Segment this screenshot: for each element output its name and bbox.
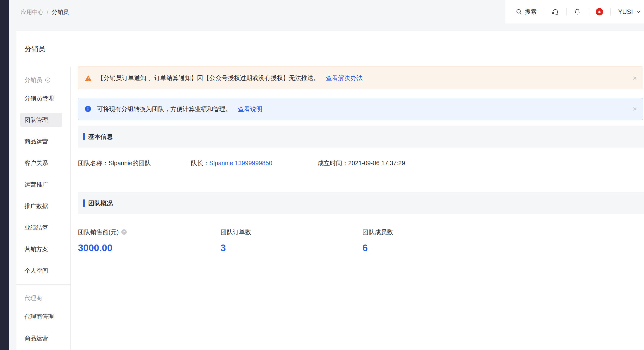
stat-label: 团队订单数 (220, 227, 358, 237)
team-name-label: 团队名称： (78, 160, 108, 167)
user-name: YUSI (618, 8, 633, 16)
section-title: 基本信息 (88, 133, 113, 141)
sidebar-content-divider (70, 67, 70, 350)
thumbs-up-badge-icon (596, 8, 603, 15)
search-label: 搜索 (525, 8, 537, 16)
stat-team-orders: 团队订单数 3 (220, 227, 358, 254)
warning-resolve-link[interactable]: 查看解决办法 (326, 74, 363, 82)
notifications-button[interactable] (574, 8, 581, 15)
sidebar-section-divider (16, 284, 70, 285)
info-text: 可将现有分组转换为团队，方便计算业绩和管理。 (97, 105, 232, 113)
sidebar-item-personal-space[interactable]: 个人空间 (20, 264, 62, 278)
topbar-divider (566, 8, 566, 15)
headset-icon (552, 8, 559, 15)
stat-team-sales: 团队销售额(元) ? 3000.00 (78, 227, 215, 254)
stat-label-text: 团队订单数 (220, 227, 251, 237)
collapse-circle-chevron-icon (45, 77, 50, 83)
app-rail (0, 0, 9, 350)
support-button[interactable] (552, 8, 559, 15)
search-button[interactable]: 搜索 (516, 8, 537, 16)
main-panel: 分销员 分销员 分销员管理 团队管理 商品运营 客户关系 运营推广 推广数据 业… (16, 31, 644, 350)
breadcrumb-separator: / (47, 9, 48, 15)
sidebar-item-marketing-plan[interactable]: 营销方案 (20, 242, 62, 256)
info-icon (84, 106, 92, 112)
stat-label: 团队成员数 (362, 227, 500, 237)
created-time-field: 成立时间：2021-09-06 17:37:29 (318, 158, 405, 169)
section-title: 团队概况 (88, 199, 113, 207)
close-icon[interactable]: × (632, 74, 637, 82)
stat-team-members: 团队成员数 6 (362, 227, 500, 254)
section-accent-bar (83, 133, 85, 140)
info-banner: 可将现有分组转换为团队，方便计算业绩和管理。 查看说明 × (78, 98, 643, 120)
sidebar-group-agent[interactable]: 代理商 (24, 293, 42, 303)
basic-info-fields: 团队名称：Slpannie的团队 队长：Slpannie 13999999850… (78, 158, 644, 169)
info-detail-link[interactable]: 查看说明 (238, 105, 262, 113)
sidebar-item-product-operation[interactable]: 商品运营 (20, 134, 62, 148)
team-name-value: Slpannie的团队 (108, 160, 151, 167)
team-leader-field: 队长：Slpannie 13999999850 (191, 158, 272, 169)
stat-label-text: 团队成员数 (362, 227, 393, 237)
sidebar-menu-agent: 代理商管理 商品运营 (20, 310, 62, 350)
section-accent-bar (83, 199, 85, 207)
sidebar-item-team-management[interactable]: 团队管理 (20, 113, 62, 127)
stat-label-text: 团队销售额(元) (78, 227, 119, 237)
search-icon (516, 8, 522, 15)
sidebar-item-agent-management[interactable]: 代理商管理 (20, 310, 62, 324)
topbar-divider (544, 8, 544, 15)
sidebar-item-agent-product-operation[interactable]: 商品运营 (20, 331, 62, 345)
topbar-actions: 搜索 YUSI (505, 0, 644, 23)
sidebar-group-distributor[interactable]: 分销员 (24, 75, 50, 85)
breadcrumb: 应用中心 / 分销员 (21, 0, 68, 24)
created-time-value: 2021-09-06 17:37:29 (348, 160, 405, 167)
sidebar-group-label: 分销员 (24, 76, 42, 84)
sidebar-item-promotion-data[interactable]: 推广数据 (20, 199, 62, 213)
topbar-divider (610, 8, 611, 15)
feedback-badge-button[interactable] (596, 8, 603, 15)
stat-value: 6 (362, 242, 500, 254)
stat-label: 团队销售额(元) ? (78, 227, 215, 237)
bell-icon (574, 8, 581, 15)
warning-text: 【分销员订单通知 、订单结算通知】因【公众号授权过期或没有授权】无法推送。 (97, 74, 320, 82)
team-overview-header: 团队概况 (78, 192, 644, 214)
basic-info-header: 基本信息 (78, 126, 644, 148)
sidebar-item-distributor-management[interactable]: 分销员管理 (20, 91, 62, 105)
created-time-label: 成立时间： (318, 160, 348, 167)
stat-value: 3000.00 (78, 242, 215, 254)
page-title: 分销员 (24, 44, 45, 54)
warning-icon (84, 74, 92, 82)
sidebar-group-label: 代理商 (24, 294, 42, 302)
team-leader-label: 队长： (191, 160, 209, 167)
sidebar-item-operation-promotion[interactable]: 运营推广 (20, 177, 62, 191)
breadcrumb-parent[interactable]: 应用中心 (21, 8, 43, 16)
sidebar-item-customer-relations[interactable]: 客户关系 (20, 156, 62, 170)
chevron-down-icon (636, 10, 641, 13)
user-menu[interactable]: YUSI (618, 8, 641, 16)
close-icon[interactable]: × (632, 105, 637, 113)
warning-banner: 【分销员订单通知 、订单结算通知】因【公众号授权过期或没有授权】无法推送。 查看… (78, 67, 643, 89)
stat-value: 3 (220, 242, 358, 254)
team-leader-link[interactable]: Slpannie 13999999850 (209, 160, 272, 167)
breadcrumb-current: 分销员 (52, 8, 68, 16)
sidebar-menu-distributor: 分销员管理 团队管理 商品运营 客户关系 运营推广 推广数据 业绩结算 营销方案… (20, 91, 62, 285)
sidebar-item-performance-settlement[interactable]: 业绩结算 (20, 220, 62, 234)
team-name-field: 团队名称：Slpannie的团队 (78, 158, 151, 169)
help-icon[interactable]: ? (121, 229, 127, 235)
